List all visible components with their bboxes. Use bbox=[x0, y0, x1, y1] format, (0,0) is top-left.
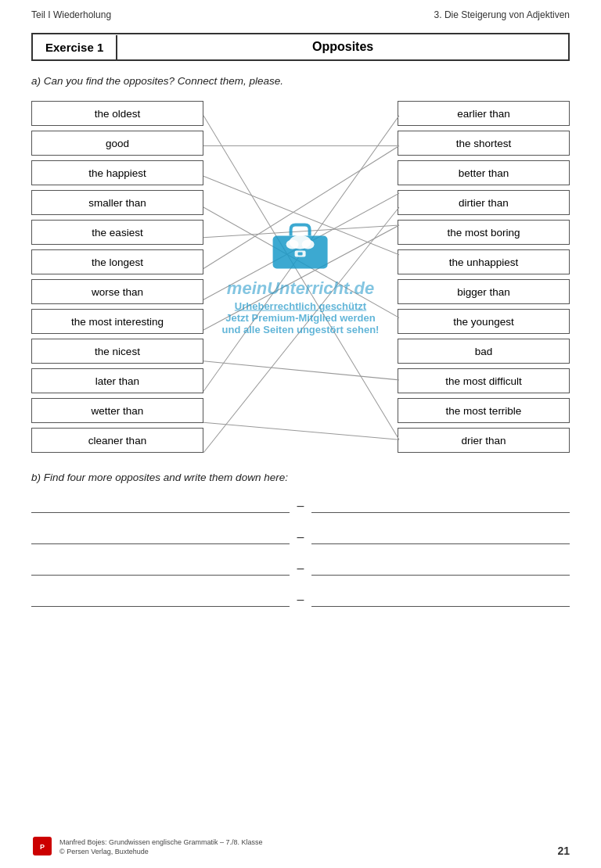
page-number: 21 bbox=[557, 845, 570, 857]
dash: – bbox=[297, 593, 304, 607]
left-word-box: the oldest bbox=[31, 101, 203, 126]
instruction-b: b) Find four more opposites and write th… bbox=[31, 472, 570, 483]
answer-row: – bbox=[31, 530, 570, 544]
left-word-box: the nicest bbox=[31, 339, 203, 364]
svg-line-10 bbox=[203, 422, 399, 439]
left-word-box: wetter than bbox=[31, 398, 203, 423]
columns-area: the oldestgoodthe happiestsmaller thanth… bbox=[31, 101, 570, 453]
exercise-title: Opposites bbox=[117, 34, 568, 59]
briefcase-icon bbox=[269, 219, 332, 274]
svg-point-14 bbox=[286, 240, 299, 249]
svg-rect-17 bbox=[298, 253, 303, 256]
svg-point-15 bbox=[302, 240, 315, 249]
instruction-a: a) Can you find the opposites? Connect t… bbox=[31, 75, 570, 87]
footer-text: Manfred Bojes: Grundwissen englische Gra… bbox=[59, 838, 263, 857]
dash: – bbox=[297, 561, 304, 576]
answer-line-right[interactable] bbox=[311, 499, 570, 513]
right-column: earlier thanthe shortestbetter thandirti… bbox=[398, 101, 570, 453]
right-word-box: better than bbox=[398, 160, 570, 185]
footer-line2: © Persen Verlag, Buxtehude bbox=[59, 847, 263, 857]
right-word-box: the most boring bbox=[398, 220, 570, 245]
answer-line-left[interactable] bbox=[31, 593, 290, 607]
left-word-box: later than bbox=[31, 368, 203, 393]
left-word-box: good bbox=[31, 131, 203, 156]
answer-line-left[interactable] bbox=[31, 530, 290, 544]
exercise-label: Exercise 1 bbox=[33, 35, 117, 59]
watermark-text1: Urheberrechtlich geschützt bbox=[235, 300, 366, 312]
right-word-box: bigger than bbox=[398, 279, 570, 304]
watermark-text3: und alle Seiten ungestört sehen! bbox=[222, 324, 380, 335]
svg-line-4 bbox=[203, 225, 399, 238]
answer-line-right[interactable] bbox=[311, 530, 570, 544]
answer-row: – bbox=[31, 499, 570, 513]
right-word-box: the most terrible bbox=[398, 398, 570, 423]
left-word-box: worse than bbox=[31, 279, 203, 304]
svg-line-3 bbox=[203, 207, 399, 317]
svg-line-8 bbox=[203, 361, 399, 380]
answer-line-left[interactable] bbox=[31, 561, 290, 576]
svg-rect-16 bbox=[295, 251, 306, 257]
right-word-box: the youngest bbox=[398, 309, 570, 334]
left-word-box: cleaner than bbox=[31, 428, 203, 453]
page-header: Teil I Wiederholung 3. Die Steigerung vo… bbox=[0, 0, 601, 25]
svg-line-2 bbox=[203, 176, 399, 254]
left-word-box: the happiest bbox=[31, 160, 203, 185]
svg-line-7 bbox=[203, 225, 399, 330]
footer-left: P Manfred Bojes: Grundwissen englische G… bbox=[31, 835, 263, 857]
answer-row: – bbox=[31, 593, 570, 607]
right-word-box: the unhappiest bbox=[398, 249, 570, 274]
footer-line1: Manfred Bojes: Grundwissen englische Gra… bbox=[59, 838, 263, 848]
right-word-box: the shortest bbox=[398, 131, 570, 156]
page-content: Exercise 1 Opposites a) Can you find the… bbox=[0, 25, 601, 630]
answer-row: – bbox=[31, 561, 570, 576]
watermark-brand: meinUnterricht.de bbox=[227, 278, 374, 299]
svg-point-13 bbox=[290, 235, 311, 249]
answer-line-left[interactable] bbox=[31, 499, 290, 513]
left-word-box: the easiest bbox=[31, 220, 203, 245]
section-b: b) Find four more opposites and write th… bbox=[31, 472, 570, 607]
right-word-box: bad bbox=[398, 339, 570, 364]
dash: – bbox=[297, 499, 304, 513]
svg-line-5 bbox=[203, 146, 399, 269]
answer-line-right[interactable] bbox=[311, 561, 570, 576]
svg-line-11 bbox=[203, 207, 399, 453]
left-word-box: the longest bbox=[31, 249, 203, 274]
persen-logo: P bbox=[31, 835, 53, 857]
svg-text:P: P bbox=[40, 843, 45, 851]
dash: – bbox=[297, 530, 304, 544]
left-word-box: smaller than bbox=[31, 190, 203, 215]
right-word-box: the most difficult bbox=[398, 368, 570, 393]
exercise-header: Exercise 1 Opposites bbox=[31, 33, 570, 61]
svg-rect-12 bbox=[273, 236, 328, 269]
right-word-box: earlier than bbox=[398, 101, 570, 126]
svg-line-6 bbox=[203, 193, 399, 299]
right-word-box: dirtier than bbox=[398, 190, 570, 215]
left-word-box: the most interesting bbox=[31, 309, 203, 334]
right-word-box: drier than bbox=[398, 428, 570, 453]
page-footer: P Manfred Bojes: Grundwissen englische G… bbox=[31, 835, 570, 857]
svg-line-9 bbox=[203, 116, 399, 392]
svg-line-0 bbox=[203, 116, 399, 439]
answer-lines: –––– bbox=[31, 499, 570, 607]
page: Teil I Wiederholung 3. Die Steigerung vo… bbox=[0, 0, 601, 868]
watermark-area: meinUnterricht.de Urheberrechtlich gesch… bbox=[222, 219, 380, 335]
header-right: 3. Die Steigerung von Adjektiven bbox=[434, 9, 570, 20]
answer-line-right[interactable] bbox=[311, 593, 570, 607]
left-column: the oldestgoodthe happiestsmaller thanth… bbox=[31, 101, 203, 453]
header-left: Teil I Wiederholung bbox=[31, 9, 111, 20]
watermark-text2: Jetzt Premium-Mitglied werden bbox=[225, 312, 375, 324]
